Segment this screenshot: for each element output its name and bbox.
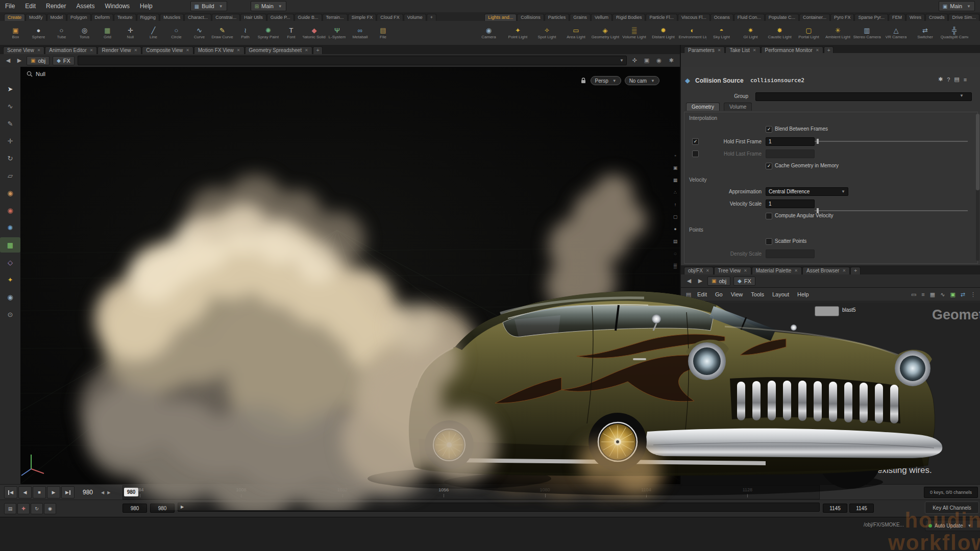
hold-first-frame-slider[interactable]: [815, 138, 968, 145]
key-all-channels-button[interactable]: Key All Channels: [925, 502, 979, 514]
shelf-tool-point-light[interactable]: ✦Point Light: [503, 22, 532, 44]
template-display-icon[interactable]: ▤: [673, 239, 678, 244]
shelf-tool-file[interactable]: ▤File: [372, 22, 395, 44]
forward-icon[interactable]: ▶: [696, 278, 704, 284]
gear-icon[interactable]: ✱: [938, 76, 943, 83]
pane-tab-scene-view[interactable]: Scene View✕: [3, 46, 44, 54]
jump-start-button[interactable]: ◀: [4, 486, 17, 498]
path-chip-obj[interactable]: ▣ obj: [707, 277, 730, 286]
back-icon[interactable]: ◀: [685, 278, 693, 284]
hold-first-frame-checkbox[interactable]: [692, 138, 699, 145]
range-end-field[interactable]: 1145: [823, 504, 847, 513]
shelf-tool-vr-camera[interactable]: △VR Camera: [881, 22, 911, 44]
snap-tool-button[interactable]: ⊙: [0, 307, 20, 322]
shelf-tool-switcher[interactable]: ⇄Switcher: [911, 22, 940, 44]
color-palette-icon[interactable]: ▣: [950, 291, 955, 298]
close-icon[interactable]: ✕: [134, 48, 138, 53]
pane-tab-composite-view[interactable]: Composite View✕: [142, 46, 193, 54]
shelf-tool-portal-light[interactable]: ▢Portal Light: [794, 22, 823, 44]
shelf-tool-sphere[interactable]: ●Sphere: [27, 22, 50, 44]
snapshot-icon[interactable]: ▣: [673, 165, 678, 170]
shelf-tool-platonic-solids[interactable]: ◆Platonic Solids: [303, 22, 326, 44]
shelf-tool-sky-light[interactable]: ◓Sky Light: [707, 22, 736, 44]
snapshot-icon[interactable]: ▣: [642, 57, 651, 64]
shelf-tab-guide-p[interactable]: Guide P...: [267, 14, 294, 21]
shelf-tab-fluid-con[interactable]: Fluid Con...: [734, 14, 765, 21]
scene-viewport[interactable]: Null Persp ▼ No cam ▼: [20, 67, 680, 484]
shelf-tab-polygon[interactable]: Polygon: [67, 14, 91, 21]
close-icon[interactable]: ✕: [753, 48, 756, 53]
hold-last-frame-checkbox[interactable]: [692, 151, 699, 157]
network-menu-tools[interactable]: Tools: [747, 288, 768, 301]
shelf-tab-particles[interactable]: Particles: [545, 14, 570, 21]
shelf-tab-create[interactable]: Create: [4, 14, 25, 21]
shelf-tab-collisions[interactable]: Collisions: [517, 14, 544, 21]
shelf-tool-ambient-light[interactable]: ✳Ambient Light: [823, 22, 852, 44]
timeline-ruler[interactable]: 980 984100810321056108011041128: [122, 485, 820, 499]
close-icon[interactable]: ✕: [744, 268, 747, 273]
node-name-field[interactable]: collisionsource2: [750, 77, 804, 84]
shelf-tool-spray-paint[interactable]: ✺Spray Paint: [257, 22, 280, 44]
view-grid-icon[interactable]: ▦: [673, 178, 678, 183]
light-tool-button[interactable]: ✦: [0, 272, 20, 287]
shelf-tool-box[interactable]: ▣Box: [4, 22, 27, 44]
shelf-tab-lights-and[interactable]: Lights and...: [484, 14, 517, 21]
shelf-tab-wires[interactable]: Wires: [906, 14, 925, 21]
shelf-tool-null[interactable]: ✛Null: [119, 22, 142, 44]
network-menu-view[interactable]: View: [727, 288, 747, 301]
radial-menu-selector[interactable]: ▣ Main ▼: [939, 1, 975, 11]
tab-geometry[interactable]: Geometry: [686, 103, 720, 111]
tab-volume[interactable]: Volume: [724, 103, 752, 111]
shelf-tool-grid[interactable]: ▦Grid: [96, 22, 119, 44]
shelf-tab-container[interactable]: Container...: [799, 14, 830, 21]
shelf-tool-l-system[interactable]: ΨL-System: [326, 22, 349, 44]
next-key-icon[interactable]: ▶: [107, 490, 110, 495]
shelf-tool-volume-light[interactable]: ▒Volume Light: [620, 22, 649, 44]
shelf-tab-muscles[interactable]: Muscles: [160, 14, 184, 21]
shelf-tab-sparse-pyr[interactable]: Sparse Pyr...: [854, 14, 888, 21]
gear-icon[interactable]: ✱: [667, 57, 676, 64]
network-node[interactable]: [815, 306, 839, 316]
flipbook-icon[interactable]: ▫: [674, 153, 676, 158]
shelf-tab-cloud-fx[interactable]: Cloud FX: [377, 14, 403, 21]
close-icon[interactable]: ✕: [237, 48, 240, 53]
close-icon[interactable]: ✕: [816, 48, 819, 53]
close-icon[interactable]: ✕: [718, 48, 721, 53]
shelf-tool-torus[interactable]: ◎Torus: [73, 22, 96, 44]
velocity-scale-input[interactable]: 1: [766, 199, 815, 208]
shelf-tool-quadsplit-camera[interactable]: ╬Quadsplit Camera: [940, 22, 969, 44]
pin-icon[interactable]: ✜: [630, 57, 639, 64]
pane-tab-render-view[interactable]: Render View✕: [97, 46, 141, 54]
shelf-tool-path[interactable]: ≀Path: [234, 22, 257, 44]
group-dropdown-icon[interactable]: ▼: [960, 93, 964, 98]
shelf-tab-volume[interactable]: Volume: [404, 14, 426, 21]
shelf-tool-camera[interactable]: ◉Camera: [474, 22, 503, 44]
pane-tab-obj-fx[interactable]: obj/FX✕: [684, 267, 714, 274]
path-chip-fx[interactable]: ◆ FX: [733, 277, 755, 286]
shelf-tool-metaball[interactable]: ∞Metaball: [349, 22, 372, 44]
shelf-tab-grains[interactable]: Grains: [570, 14, 591, 21]
add-pane-tab-button[interactable]: +: [850, 267, 861, 274]
pose-tool-button[interactable]: ◉: [0, 185, 20, 201]
brush-tool-button[interactable]: ✎: [0, 116, 20, 131]
shelf-tool-caustic-light[interactable]: ✸Caustic Light: [765, 22, 794, 44]
pane-tab-geometry-spreadsheet[interactable]: Geometry Spreadsheet✕: [245, 46, 312, 54]
hold-first-frame-input[interactable]: 1: [766, 137, 815, 146]
pane-tab-asset-browser[interactable]: Asset Browser✕: [802, 267, 850, 274]
cache-geometry-checkbox[interactable]: [766, 163, 772, 169]
sculpt-tool-button[interactable]: ◉: [0, 203, 20, 218]
shelf-tool-stereo-camera[interactable]: ▥Stereo Camera: [852, 22, 881, 44]
desktop-selector[interactable]: ▦ Build ▼: [190, 1, 227, 11]
projection-menu[interactable]: Persp ▼: [591, 76, 621, 85]
shelf-tool-draw-curve[interactable]: ✎Draw Curve: [211, 22, 234, 44]
shelf-tool-curve[interactable]: ∿Curve: [188, 22, 211, 44]
range-end-field-b[interactable]: 1145: [849, 504, 874, 513]
select-tool-button[interactable]: ➤: [0, 81, 20, 96]
pane-tab-tree-view[interactable]: Tree View✕: [714, 267, 751, 274]
dependency-icon[interactable]: ⇄: [961, 291, 965, 298]
menu-file[interactable]: File: [0, 0, 20, 12]
shelf-tool-geometry-light[interactable]: ◈Geometry Light: [591, 22, 620, 44]
close-icon[interactable]: ✕: [305, 48, 308, 53]
shelf-tab-particle-fl[interactable]: Particle Fl...: [646, 14, 677, 21]
group-input[interactable]: [755, 92, 972, 101]
